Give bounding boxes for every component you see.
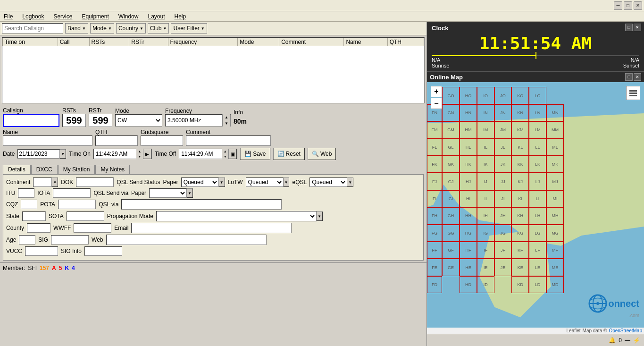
- freq-up-button[interactable]: ▲: [223, 114, 230, 120]
- lotw-select[interactable]: Queued Sent: [246, 177, 284, 187]
- bell-icon: 🔔: [609, 337, 616, 344]
- cqz-input[interactable]: [21, 200, 37, 209]
- frequency-spinner[interactable]: ▲ ▼: [222, 114, 230, 127]
- save-button[interactable]: 💾 Save: [240, 148, 270, 160]
- save-icon: 💾: [244, 151, 251, 157]
- pota-input[interactable]: [58, 200, 96, 209]
- lotw-arrow[interactable]: ▼: [284, 177, 290, 187]
- time-off-now-button[interactable]: ▣: [228, 149, 237, 159]
- time-on-now-button[interactable]: ▶: [143, 149, 151, 159]
- paper2-select[interactable]: Bureau Direct: [149, 188, 187, 198]
- map-container[interactable]: GO HO IO JO KO LO FN GN HN IN JN KN LN M…: [427, 82, 644, 328]
- grid-IL: IL: [477, 139, 494, 156]
- time-on-up-btn[interactable]: ▲: [136, 149, 143, 154]
- close-button[interactable]: ✕: [634, 1, 642, 10]
- iota-input[interactable]: [53, 188, 91, 198]
- date-dropdown-arrow[interactable]: ▼: [60, 149, 66, 159]
- mode-dropdown[interactable]: Mode ▼: [90, 23, 114, 34]
- map-close-button[interactable]: ✕: [634, 73, 641, 81]
- tab-details[interactable]: Details: [3, 165, 31, 174]
- osm-link[interactable]: OpenStreetMap: [609, 328, 642, 333]
- grid-KG: KG: [511, 225, 529, 242]
- comment-input[interactable]: [186, 135, 271, 146]
- name-input[interactable]: [3, 135, 92, 146]
- grid-JI: JI: [494, 190, 512, 207]
- sunset-info: N/A Sunset: [623, 57, 639, 68]
- grid-GI: GI: [442, 190, 460, 207]
- county-input[interactable]: [27, 223, 50, 233]
- time-on-spinner[interactable]: ▲ ▼: [136, 149, 143, 159]
- minimize-button[interactable]: ─: [614, 1, 622, 10]
- qth-input[interactable]: [95, 135, 138, 146]
- grid-ID: ID: [477, 276, 494, 293]
- web-detail-input[interactable]: [106, 235, 267, 245]
- time-off-spinner[interactable]: ▲ ▼: [222, 149, 228, 159]
- sig-info-input[interactable]: [84, 246, 122, 256]
- propagation-arrow[interactable]: ▼: [317, 211, 323, 221]
- callsign-input[interactable]: [3, 114, 59, 127]
- wwff-input[interactable]: [74, 223, 111, 233]
- maximize-button[interactable]: □: [624, 1, 632, 10]
- mode-select[interactable]: CW SSB FM AM FT8: [115, 114, 162, 127]
- menu-help[interactable]: Help: [173, 12, 188, 21]
- dok-input[interactable]: [76, 177, 114, 187]
- menu-file[interactable]: File: [2, 12, 15, 21]
- continent-input[interactable]: [33, 177, 52, 187]
- email-input[interactable]: [131, 223, 292, 233]
- reset-button[interactable]: 🔄 Reset: [273, 148, 305, 160]
- map-restore-button[interactable]: □: [625, 73, 633, 81]
- eqsl-select[interactable]: Queued Sent: [309, 177, 347, 187]
- grid-KI: KI: [511, 190, 529, 207]
- age-input[interactable]: [19, 235, 35, 245]
- time-off-down-btn[interactable]: ▼: [222, 154, 228, 159]
- vucc-input[interactable]: [25, 246, 58, 256]
- country-dropdown[interactable]: Country ▼: [116, 23, 146, 34]
- state-input[interactable]: [22, 211, 46, 221]
- map-title: Online Map: [430, 74, 463, 81]
- cqz-label: CQZ: [6, 201, 18, 208]
- time-off-label: Time Off: [155, 151, 176, 157]
- clock-restore-button[interactable]: □: [625, 24, 633, 31]
- band-dropdown[interactable]: Band ▼: [65, 23, 88, 34]
- menu-service[interactable]: Service: [51, 12, 74, 21]
- gridsquare-input[interactable]: [141, 135, 183, 146]
- zoom-in-button[interactable]: +: [431, 86, 442, 97]
- clock-close-button[interactable]: ✕: [634, 24, 641, 31]
- web-button[interactable]: 🔍 Web: [308, 148, 336, 160]
- menu-window[interactable]: Window: [117, 12, 141, 21]
- grid-MK: MK: [546, 156, 564, 173]
- qsl-via-input[interactable]: [121, 199, 282, 210]
- date-input[interactable]: 21/11/2023: [17, 149, 60, 159]
- sig-input[interactable]: [51, 235, 89, 245]
- time-on-down-btn[interactable]: ▼: [136, 154, 143, 159]
- time-on-input[interactable]: 11:44:29 AM: [94, 151, 136, 157]
- paper-qsl-select[interactable]: Queued Sent Received: [181, 177, 219, 187]
- paper-qsl-combo: Queued Sent Received ▼: [181, 177, 225, 187]
- paper-qsl-arrow[interactable]: ▼: [219, 177, 225, 187]
- map-layers-button[interactable]: [626, 86, 640, 100]
- frequency-input[interactable]: 3.50000 MHz: [166, 115, 222, 126]
- club-dropdown[interactable]: Club ▼: [148, 23, 169, 34]
- rstr-display: 599: [89, 114, 112, 127]
- itu-input[interactable]: [18, 188, 34, 198]
- grid-IK: IK: [477, 156, 494, 173]
- grid-LL: LL: [529, 139, 546, 156]
- continent-arrow[interactable]: ▼: [52, 177, 58, 187]
- time-off-up-btn[interactable]: ▲: [222, 149, 228, 154]
- tab-my-station[interactable]: My Station: [58, 165, 95, 174]
- grid-HG: HG: [460, 225, 477, 242]
- zoom-out-button[interactable]: −: [431, 98, 442, 109]
- menu-equipment[interactable]: Equipment: [80, 12, 110, 21]
- freq-down-button[interactable]: ▼: [223, 120, 230, 127]
- propagation-select[interactable]: ES EME TR: [156, 211, 317, 221]
- time-off-input[interactable]: 11:44:29 AM: [179, 151, 222, 157]
- tab-dxcc[interactable]: DXCC: [31, 165, 58, 174]
- paper2-arrow[interactable]: ▼: [187, 188, 193, 198]
- sota-input[interactable]: [67, 211, 104, 221]
- search-callsign-input[interactable]: [2, 23, 63, 34]
- menu-logbook[interactable]: Logbook: [20, 12, 46, 21]
- eqsl-arrow[interactable]: ▼: [347, 177, 353, 187]
- menu-layout[interactable]: Layout: [146, 12, 167, 21]
- tab-my-notes[interactable]: My Notes: [95, 165, 130, 174]
- user-filter-dropdown[interactable]: User Filter ▼: [171, 23, 207, 34]
